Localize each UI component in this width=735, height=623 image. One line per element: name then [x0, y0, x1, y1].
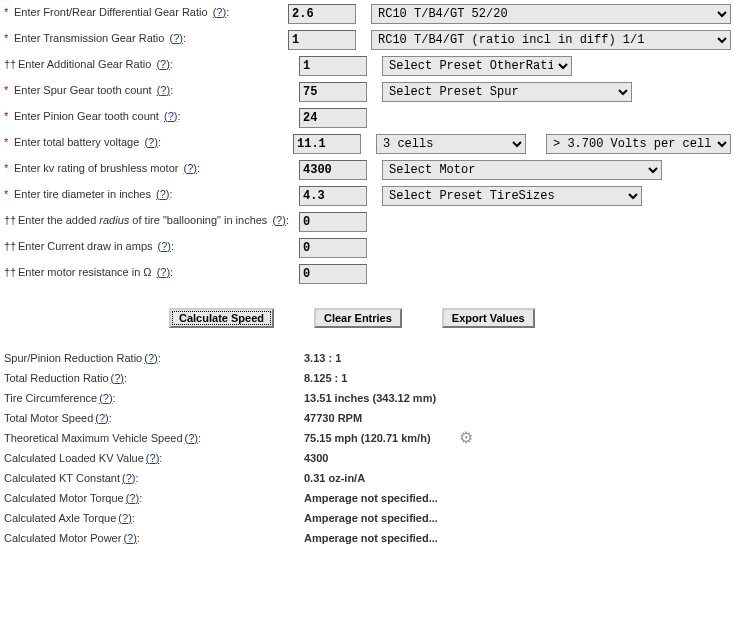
input-trans-ratio[interactable] — [288, 30, 356, 50]
select-cells[interactable]: 3 cells — [376, 134, 526, 154]
help-icon[interactable]: ? — [164, 110, 177, 122]
input-addl-ratio[interactable] — [299, 56, 367, 76]
help-icon[interactable]: ? — [185, 432, 198, 444]
input-balloon[interactable] — [299, 212, 367, 232]
help-icon[interactable]: ? — [144, 136, 157, 148]
value-axle-tq: Amperage not specified... — [304, 512, 438, 524]
help-icon[interactable]: ? — [272, 214, 285, 226]
help-icon[interactable]: ? — [158, 240, 171, 252]
input-kv[interactable] — [299, 160, 367, 180]
optional-marker: †† — [4, 214, 18, 226]
select-volts-per-cell[interactable]: > 3.700 Volts per cell — [546, 134, 731, 154]
row-kv: * Enter kv rating of brushless motor ?: … — [4, 160, 731, 180]
help-icon[interactable]: ? — [95, 412, 108, 424]
label-diff-ratio: Enter Front/Rear Differential Gear Ratio… — [14, 6, 231, 18]
row-voltage: * Enter total battery voltage ?: 3 cells… — [4, 134, 731, 154]
select-addl-preset[interactable]: Select Preset OtherRatio — [382, 56, 572, 76]
value-max-speed: 75.15 mph (120.71 km/h) — [304, 432, 431, 444]
result-total-red: Total Reduction Ratio ?: 8.125 : 1 — [4, 372, 731, 384]
label-balloon: Enter the added radius of tire "ballooni… — [18, 214, 291, 226]
row-balloon: †† Enter the added radius of tire "ballo… — [4, 212, 731, 232]
value-kt: 0.31 oz-in/A — [304, 472, 365, 484]
input-tire-dia[interactable] — [299, 186, 367, 206]
export-button[interactable]: Export Values — [442, 308, 535, 328]
result-rpm: Total Motor Speed ?: 47730 RPM — [4, 412, 731, 424]
label-resistance: Enter motor resistance in Ω ?: — [18, 266, 175, 278]
button-row: Calculate Speed Clear Entries Export Val… — [169, 308, 731, 328]
gear-icon: ⚙ — [459, 432, 473, 444]
result-spur-pinion: Spur/Pinion Reduction Ratio ?: 3.13 : 1 — [4, 352, 731, 364]
help-icon[interactable]: ? — [169, 32, 182, 44]
optional-marker: †† — [4, 266, 18, 278]
result-circ: Tire Circumference ?: 13.51 inches (343.… — [4, 392, 731, 404]
help-icon[interactable]: ? — [156, 58, 169, 70]
input-resistance[interactable] — [299, 264, 367, 284]
required-marker: * — [4, 32, 14, 44]
input-pinion[interactable] — [299, 108, 367, 128]
help-icon[interactable]: ? — [123, 532, 136, 544]
required-marker: * — [4, 162, 14, 174]
value-loaded-kv: 4300 — [304, 452, 328, 464]
help-icon[interactable]: ? — [111, 372, 124, 384]
input-spur[interactable] — [299, 82, 367, 102]
row-addl-ratio: †† Enter Additional Gear Ratio ?: Select… — [4, 56, 731, 76]
result-kt: Calculated KT Constant ?: 0.31 oz-in/A — [4, 472, 731, 484]
label-trans-ratio: Enter Transmission Gear Ratio ?: — [14, 32, 188, 44]
input-diff-ratio[interactable] — [288, 4, 356, 24]
row-current: †† Enter Current draw in amps ?: — [4, 238, 731, 258]
help-icon[interactable]: ? — [118, 512, 131, 524]
value-total-red: 8.125 : 1 — [304, 372, 347, 384]
help-icon[interactable]: ? — [157, 84, 170, 96]
result-loaded-kv: Calculated Loaded KV Value ?: 4300 — [4, 452, 731, 464]
result-motor-pw: Calculated Motor Power ?: Amperage not s… — [4, 532, 731, 544]
select-tire-preset[interactable]: Select Preset TireSizes — [382, 186, 642, 206]
clear-button[interactable]: Clear Entries — [314, 308, 402, 328]
row-spur: * Enter Spur Gear tooth count ?: Select … — [4, 82, 731, 102]
help-icon[interactable]: ? — [156, 188, 169, 200]
help-icon[interactable]: ? — [99, 392, 112, 404]
value-circ: 13.51 inches (343.12 mm) — [304, 392, 436, 404]
select-motor-preset[interactable]: Select Motor — [382, 160, 662, 180]
input-voltage[interactable] — [293, 134, 361, 154]
label-kv: Enter kv rating of brushless motor ?: — [14, 162, 202, 174]
required-marker: * — [4, 84, 14, 96]
required-marker: * — [4, 136, 14, 148]
row-pinion: * Enter Pinion Gear tooth count ?: — [4, 108, 731, 128]
result-motor-tq: Calculated Motor Torque ?: Amperage not … — [4, 492, 731, 504]
value-rpm: 47730 RPM — [304, 412, 362, 424]
row-trans-ratio: * Enter Transmission Gear Ratio ?: RC10 … — [4, 30, 731, 50]
select-spur-preset[interactable]: Select Preset Spur — [382, 82, 632, 102]
help-icon[interactable]: ? — [213, 6, 226, 18]
help-icon[interactable]: ? — [122, 472, 135, 484]
value-motor-tq: Amperage not specified... — [304, 492, 438, 504]
help-icon[interactable]: ? — [157, 266, 170, 278]
select-trans-preset[interactable]: RC10 T/B4/GT (ratio incl in diff) 1/1 — [371, 30, 731, 50]
label-voltage: Enter total battery voltage ?: — [14, 136, 163, 148]
required-marker: * — [4, 188, 14, 200]
label-spur: Enter Spur Gear tooth count ?: — [14, 84, 175, 96]
value-motor-pw: Amperage not specified... — [304, 532, 438, 544]
optional-marker: †† — [4, 58, 18, 70]
row-diff-ratio: * Enter Front/Rear Differential Gear Rat… — [4, 4, 731, 24]
label-addl-ratio: Enter Additional Gear Ratio ?: — [18, 58, 175, 70]
optional-marker: †† — [4, 240, 18, 252]
calculate-button[interactable]: Calculate Speed — [169, 308, 274, 328]
help-icon[interactable]: ? — [146, 452, 159, 464]
required-marker: * — [4, 6, 14, 18]
label-pinion: Enter Pinion Gear tooth count ?: — [14, 110, 183, 122]
label-current: Enter Current draw in amps ?: — [18, 240, 176, 252]
help-icon[interactable]: ? — [126, 492, 139, 504]
result-max-speed: Theoretical Maximum Vehicle Speed ?: 75.… — [4, 432, 731, 444]
value-spur-pinion: 3.13 : 1 — [304, 352, 341, 364]
row-resistance: †† Enter motor resistance in Ω ?: — [4, 264, 731, 284]
label-tire-dia: Enter tire diameter in inches ?: — [14, 188, 175, 200]
help-icon[interactable]: ? — [144, 352, 157, 364]
help-icon[interactable]: ? — [184, 162, 197, 174]
select-diff-preset[interactable]: RC10 T/B4/GT 52/20 — [371, 4, 731, 24]
required-marker: * — [4, 110, 14, 122]
input-current[interactable] — [299, 238, 367, 258]
row-tire-dia: * Enter tire diameter in inches ?: Selec… — [4, 186, 731, 206]
result-axle-tq: Calculated Axle Torque ?: Amperage not s… — [4, 512, 731, 524]
